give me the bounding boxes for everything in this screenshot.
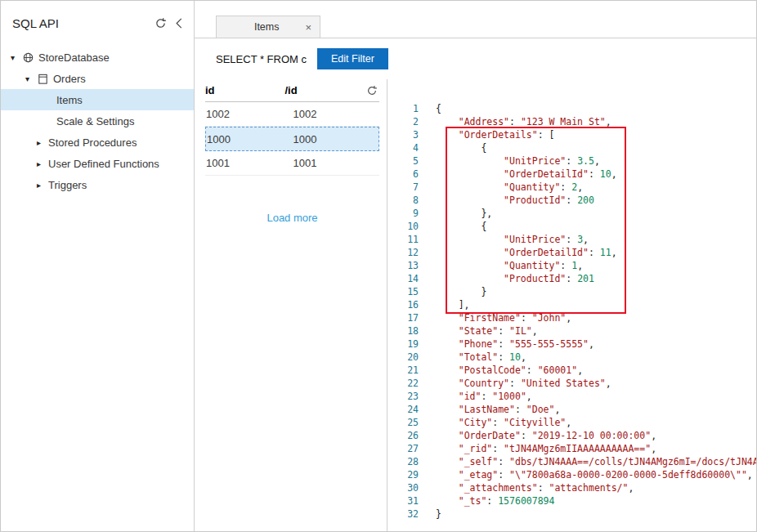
tab-label: Items [230, 21, 303, 33]
tab-items[interactable]: Items × [216, 16, 320, 38]
sidebar-item-label: Triggers [48, 179, 87, 191]
sidebar-item-triggers[interactable]: ▸Triggers [1, 174, 194, 195]
line-number: 12 [387, 246, 419, 259]
caret-right-icon[interactable]: ▸ [37, 181, 48, 190]
code-line[interactable]: "OrderDate": "2019-12-10 00:00:00", [436, 429, 756, 442]
code-line[interactable]: "City": "Cityville", [436, 416, 756, 429]
close-tab-icon[interactable]: × [303, 21, 313, 34]
code-line[interactable]: "OrderDetailId": 11, [436, 246, 756, 259]
sidebar-item-label: Items [56, 94, 83, 106]
line-number: 11 [387, 233, 419, 246]
code-line[interactable]: "Address": "123 W Main St", [436, 115, 756, 128]
editor-code-area[interactable]: { "Address": "123 W Main St", "OrderDeta… [423, 102, 756, 531]
line-number: 8 [387, 194, 419, 207]
sidebar-item-label: Orders [53, 73, 86, 85]
code-line[interactable]: } [436, 507, 756, 521]
document-id: 1001 [205, 157, 293, 169]
column-header-id: id [205, 84, 285, 96]
line-number: 23 [387, 390, 419, 403]
database-icon [22, 51, 38, 64]
caret-right-icon[interactable]: ▸ [37, 159, 48, 168]
caret-right-icon[interactable]: ▸ [37, 138, 48, 147]
code-line[interactable]: "Total": 10, [436, 351, 756, 364]
line-number: 17 [387, 311, 419, 324]
data-explorer-window: SQL API ▾StoreDatabase▾OrdersItemsScale … [0, 0, 757, 532]
code-line[interactable]: "_ts": 1576007894 [436, 494, 756, 507]
line-number: 14 [387, 272, 419, 285]
document-partition-id: 1002 [293, 108, 380, 120]
sidebar-item-label: Stored Procedures [48, 136, 137, 149]
tab-bar: Items × [195, 1, 756, 38]
query-text: SELECT * FROM c [216, 53, 307, 65]
document-row[interactable]: 10021002 [205, 102, 379, 127]
line-number: 28 [387, 455, 419, 468]
code-line[interactable]: "_etag": "\"7800a68a-0000-0200-0000-5def… [436, 468, 756, 481]
code-line[interactable]: { [436, 141, 756, 154]
code-line[interactable]: "Quantity": 1, [436, 259, 756, 272]
code-line[interactable]: "_self": "dbs/tJN4AAA==/colls/tJN4AMgz6m… [436, 455, 756, 468]
line-number: 7 [387, 181, 419, 194]
line-number: 32 [387, 507, 419, 521]
edit-filter-button[interactable]: Edit Filter [317, 48, 388, 69]
code-line[interactable]: "LastName": "Doe", [436, 403, 756, 416]
resource-tree: ▾StoreDatabase▾OrdersItemsScale & Settin… [1, 37, 194, 195]
line-number: 16 [387, 298, 419, 311]
document-partition-id: 1001 [293, 157, 380, 169]
code-line[interactable]: "Quantity": 2, [436, 181, 756, 194]
document-row[interactable]: 10001000 [205, 127, 379, 151]
load-more-link[interactable]: Load more [267, 212, 317, 224]
code-line[interactable]: "FirstName": "John", [436, 311, 756, 324]
column-header-partition-key: /id [285, 84, 365, 96]
sidebar-item-scale-and-settings[interactable]: Scale & Settings [1, 110, 194, 132]
documents-list: 100210021000100010011001 [205, 102, 379, 176]
code-line[interactable]: "State": "IL", [436, 324, 756, 338]
document-row[interactable]: 10011001 [205, 151, 379, 176]
code-line[interactable]: "ProductId": 201 [436, 272, 756, 285]
line-number: 10 [387, 220, 419, 233]
sidebar-title: SQL API [12, 16, 151, 30]
editor-line-number-gutter: 1234567891011121314151617181920212223242… [387, 102, 423, 531]
caret-down-icon[interactable]: ▾ [25, 74, 37, 83]
code-line[interactable]: "Phone": "555-555-5555", [436, 338, 756, 351]
code-line[interactable]: ], [436, 298, 756, 311]
main-panel: Items × SELECT * FROM c Edit Filter id /… [195, 1, 756, 531]
refresh-documents-icon[interactable] [365, 83, 379, 98]
code-line[interactable]: "UnitPrice": 3.5, [436, 154, 756, 168]
sidebar-item-user-defined-functions[interactable]: ▸User Defined Functions [1, 153, 194, 174]
load-more-container: Load more [205, 210, 379, 225]
code-line[interactable]: } [436, 285, 756, 298]
code-line[interactable]: }, [436, 207, 756, 220]
code-line[interactable]: "OrderDetails": [ [436, 128, 756, 141]
code-line[interactable]: "PostalCode": "60001", [436, 364, 756, 377]
code-line[interactable]: "ProductId": 200 [436, 194, 756, 207]
line-number: 26 [387, 429, 419, 442]
sidebar-item-orders[interactable]: ▾Orders [1, 68, 194, 89]
line-number: 1 [387, 102, 419, 115]
line-number: 13 [387, 259, 419, 272]
code-line[interactable]: "_rid": "tJN4AMgz6mIIAAAAAAAAAA==", [436, 442, 756, 455]
line-number: 9 [387, 207, 419, 220]
collapse-sidebar-icon[interactable] [169, 14, 187, 32]
code-line[interactable]: "_attachments": "attachments/", [436, 481, 756, 494]
sidebar-item-label: User Defined Functions [48, 158, 159, 170]
code-line[interactable]: "id": "1000", [436, 390, 756, 403]
refresh-icon[interactable] [151, 14, 169, 32]
json-document-editor: 1234567891011121314151617181920212223242… [387, 79, 756, 531]
content-area: id /id 100210021000100010011001 Load mor… [195, 79, 756, 531]
code-line[interactable]: "UnitPrice": 3, [436, 233, 756, 246]
sidebar-item-stored-procedures[interactable]: ▸Stored Procedures [1, 132, 194, 153]
line-number: 21 [387, 364, 419, 377]
line-number: 5 [387, 154, 419, 168]
sidebar-item-items[interactable]: Items [1, 89, 194, 110]
code-line[interactable]: "OrderDetailId": 10, [436, 168, 756, 181]
resource-tree-sidebar: SQL API ▾StoreDatabase▾OrdersItemsScale … [1, 1, 195, 531]
line-number: 30 [387, 481, 419, 494]
code-line[interactable]: { [436, 220, 756, 233]
line-number: 3 [387, 128, 419, 141]
query-filter-bar: SELECT * FROM c Edit Filter [195, 38, 756, 79]
caret-down-icon[interactable]: ▾ [11, 53, 22, 62]
code-line[interactable]: "Country": "United States", [436, 377, 756, 390]
code-line[interactable]: { [436, 102, 756, 115]
document-id: 1002 [205, 108, 293, 120]
sidebar-item-storedatabase[interactable]: ▾StoreDatabase [1, 47, 194, 68]
